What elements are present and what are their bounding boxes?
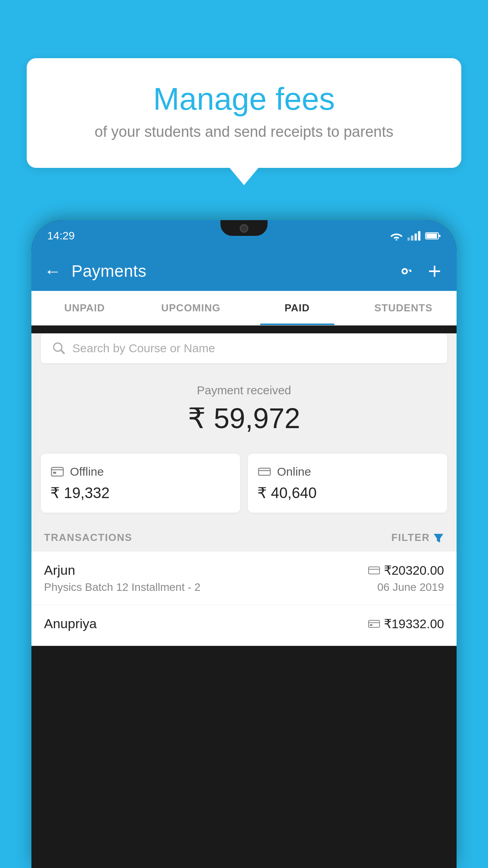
status-icons <box>390 231 441 241</box>
offline-card-header: Offline <box>50 465 231 479</box>
transaction-name: Arjun <box>44 563 75 578</box>
svg-point-0 <box>396 239 397 241</box>
online-card: Online ₹ 40,640 <box>248 454 447 513</box>
online-label: Online <box>277 465 311 478</box>
transaction-name: Anupriya <box>44 616 97 631</box>
search-bar[interactable]: Search by Course or Name <box>41 333 447 363</box>
tab-students[interactable]: STUDENTS <box>350 291 457 325</box>
svg-rect-9 <box>369 620 380 627</box>
speech-bubble: Manage fees of your students and send re… <box>27 58 461 168</box>
transaction-amount-2: ₹19332.00 <box>384 616 444 631</box>
filter-label: FILTER <box>391 531 430 544</box>
online-card-header: Online <box>257 465 438 479</box>
online-amount: ₹ 40,640 <box>257 484 438 502</box>
status-time: 14:29 <box>47 230 75 242</box>
transaction-amount-row-2: ₹19332.00 <box>368 616 444 631</box>
table-row[interactable]: Anupriya ₹19332.00 <box>31 605 457 646</box>
transaction-course: Physics Batch 12 Installment - 2 <box>44 581 200 594</box>
add-icon[interactable] <box>425 262 444 281</box>
transaction-date: 06 June 2019 <box>377 581 444 594</box>
online-payment-icon <box>257 465 272 479</box>
payment-received-section: Payment received ₹ 59,972 <box>31 371 457 454</box>
battery-icon <box>425 232 441 240</box>
phone-device: 14:29 ← Payments <box>31 220 457 868</box>
transaction-amount: ₹20320.00 <box>384 563 444 578</box>
settings-icon[interactable] <box>395 262 414 281</box>
online-payment-type-icon <box>368 566 380 575</box>
svg-rect-3 <box>439 235 440 237</box>
tabs-bar: UNPAID UPCOMING PAID STUDENTS <box>31 291 457 326</box>
table-row[interactable]: Arjun ₹20320.00 Physics Batch 12 Install… <box>31 552 457 605</box>
svg-rect-4 <box>51 467 63 476</box>
app-bar: ← Payments <box>31 252 457 291</box>
phone-camera <box>240 224 248 233</box>
tab-paid[interactable]: PAID <box>244 291 350 325</box>
svg-rect-10 <box>370 624 372 626</box>
transactions-header: TRANSACTIONS FILTER <box>31 524 457 552</box>
app-bar-title: Payments <box>72 262 387 281</box>
tab-upcoming[interactable]: UPCOMING <box>138 291 244 325</box>
bubble-subtitle: of your students and send receipts to pa… <box>42 123 446 140</box>
transactions-label: TRANSACTIONS <box>44 531 132 544</box>
wifi-icon <box>390 231 403 241</box>
svg-rect-5 <box>53 472 56 474</box>
tab-unpaid[interactable]: UNPAID <box>31 291 138 325</box>
offline-payment-icon <box>50 465 64 479</box>
back-button[interactable]: ← <box>44 261 64 281</box>
phone-notch <box>220 220 268 236</box>
content-area: Search by Course or Name Payment receive… <box>31 333 457 646</box>
svg-rect-2 <box>426 234 437 238</box>
filter-icon <box>433 532 444 543</box>
offline-amount: ₹ 19,332 <box>50 484 231 502</box>
signal-icon <box>407 231 420 241</box>
filter-button[interactable]: FILTER <box>391 531 444 544</box>
payment-received-label: Payment received <box>41 384 447 397</box>
search-placeholder: Search by Course or Name <box>72 342 215 355</box>
transaction-bottom-arjun: Physics Batch 12 Installment - 2 06 June… <box>44 581 444 594</box>
status-bar: 14:29 <box>31 220 457 252</box>
svg-rect-6 <box>259 468 270 475</box>
transaction-top-arjun: Arjun ₹20320.00 <box>44 563 444 578</box>
svg-marker-7 <box>434 534 443 542</box>
offline-label: Offline <box>70 465 104 478</box>
payment-cards-row: Offline ₹ 19,332 Online ₹ 40,640 <box>31 454 457 524</box>
transaction-top-anupriya: Anupriya ₹19332.00 <box>44 616 444 631</box>
offline-payment-type-icon <box>368 619 380 629</box>
payment-total-amount: ₹ 59,972 <box>41 402 447 435</box>
app-bar-actions <box>395 262 444 281</box>
transaction-amount-row: ₹20320.00 <box>368 563 444 578</box>
offline-card: Offline ₹ 19,332 <box>41 454 240 513</box>
search-icon <box>52 341 66 355</box>
bubble-title: Manage fees <box>42 82 446 116</box>
svg-rect-8 <box>369 567 380 574</box>
